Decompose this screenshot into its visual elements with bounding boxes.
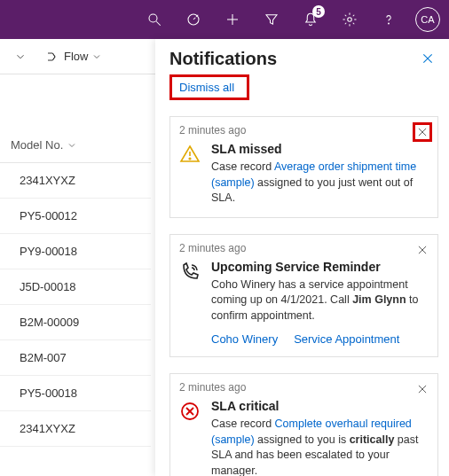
notification-body: Case record Average order shipment time … xyxy=(211,160,429,207)
notification-title: SLA missed xyxy=(211,142,429,156)
svg-line-1 xyxy=(156,21,161,26)
cell-value: B2M-007 xyxy=(20,351,67,364)
text: Case record xyxy=(211,417,275,430)
cell-value: PY9-00018 xyxy=(20,245,77,258)
table-row[interactable]: PY5-00018 xyxy=(0,376,151,411)
panel-title: Notifications xyxy=(169,49,277,69)
flow-button[interactable]: Flow xyxy=(41,46,107,67)
dismiss-notification-button[interactable] xyxy=(413,122,432,142)
notification-title: SLA critical xyxy=(211,399,429,413)
timestamp: 2 minutes ago xyxy=(179,242,429,254)
column-label: Model No. xyxy=(11,138,63,152)
bell-icon[interactable]: 5 xyxy=(298,7,323,32)
cell-value: J5D-00018 xyxy=(20,280,76,293)
cell-value: 2341XYXZ xyxy=(20,174,75,187)
add-icon[interactable] xyxy=(220,7,245,32)
notifications-panel: Notifications Dismiss all 2 minutes ago … xyxy=(155,39,449,476)
dismiss-notification-button[interactable] xyxy=(413,240,432,260)
chevron-down-icon xyxy=(14,51,27,63)
table-row[interactable]: B2M-00009 xyxy=(0,305,151,340)
timestamp: 2 minutes ago xyxy=(179,124,429,137)
emphasis: critically xyxy=(350,433,395,446)
svg-point-0 xyxy=(149,14,157,22)
notification-body: Case record Complete overhaul required (… xyxy=(211,417,429,476)
close-icon xyxy=(416,126,429,138)
notification-card-sla-critical: 2 minutes ago SLA critical Case record C… xyxy=(169,373,438,476)
table-row[interactable]: B2M-007 xyxy=(0,340,151,376)
filter-icon[interactable] xyxy=(259,7,284,32)
notification-card-service-reminder: 2 minutes ago Upcoming Service Reminder … xyxy=(169,234,438,358)
action-link-coho[interactable]: Coho Winery xyxy=(211,332,278,346)
table-row[interactable]: PY5-00012 xyxy=(0,199,151,234)
dismiss-all-link[interactable]: Dismiss all xyxy=(169,74,249,100)
close-icon xyxy=(416,383,429,395)
gear-icon[interactable] xyxy=(337,7,362,32)
notification-card-sla-missed: 2 minutes ago SLA missed Case record Ave… xyxy=(169,116,438,218)
action-link-appointment[interactable]: Service Appointment xyxy=(294,332,399,346)
flow-icon xyxy=(46,50,60,64)
flow-label: Flow xyxy=(64,50,88,63)
cell-value: B2M-00009 xyxy=(20,316,79,329)
dismiss-notification-button[interactable] xyxy=(413,379,432,399)
timestamp: 2 minutes ago xyxy=(179,381,429,394)
notification-count-badge: 5 xyxy=(312,5,325,18)
search-icon[interactable] xyxy=(142,7,167,32)
data-grid: Model No. 2341XYXZ PY5-00012 PY9-00018 J… xyxy=(0,128,151,447)
close-panel-button[interactable] xyxy=(417,48,438,69)
warning-icon xyxy=(179,142,202,168)
phone-icon xyxy=(179,260,202,285)
cell-value: PY5-00018 xyxy=(20,386,77,400)
svg-point-5 xyxy=(348,18,352,22)
text: Case record xyxy=(211,160,274,173)
svg-point-12 xyxy=(189,158,191,160)
chevron-down-icon xyxy=(67,140,77,151)
person-name: Jim Glynn xyxy=(352,293,406,306)
cell-value: 2341XYXZ xyxy=(20,422,75,435)
close-icon xyxy=(421,51,435,66)
cell-value: PY5-00012 xyxy=(20,209,77,222)
chevron-down-icon xyxy=(91,51,102,62)
help-icon[interactable] xyxy=(376,7,401,32)
error-icon xyxy=(179,399,202,425)
table-row[interactable]: PY9-00018 xyxy=(0,234,151,269)
column-header-model[interactable]: Model No. xyxy=(0,128,151,163)
app-topbar: 5 CA xyxy=(0,0,449,39)
target-icon[interactable] xyxy=(181,7,206,32)
table-row[interactable]: 2341XYXZ xyxy=(0,411,151,447)
table-row[interactable]: J5D-00018 xyxy=(0,269,151,305)
table-row[interactable]: 2341XYXZ xyxy=(0,163,151,199)
close-icon xyxy=(416,244,429,256)
avatar[interactable]: CA xyxy=(415,7,440,32)
notification-title: Upcoming Service Reminder xyxy=(211,260,429,274)
toolbar-back-chevron[interactable] xyxy=(9,47,32,66)
notification-body: Coho Winery has a service appointment co… xyxy=(211,277,429,324)
text: assigned to you is xyxy=(255,433,350,446)
svg-point-6 xyxy=(389,23,390,24)
